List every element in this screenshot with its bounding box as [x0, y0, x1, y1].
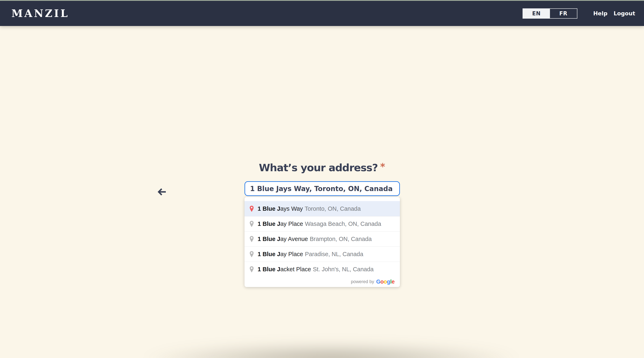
location-pin-icon: [250, 220, 254, 227]
autocomplete-dropdown: 1 Blue Jays Way Toronto, ON, Canada 1 Bl…: [244, 197, 400, 287]
suggestion-list: 1 Blue Jays Way Toronto, ON, Canada 1 Bl…: [244, 201, 400, 277]
location-pin-icon: [250, 266, 254, 273]
suggestion-primary-text: 1 Blue Jay Avenue: [258, 236, 308, 242]
back-button[interactable]: [154, 185, 169, 199]
powered-by-label: powered by: [351, 279, 374, 284]
autocomplete-suggestion[interactable]: 1 Blue Jays Way Toronto, ON, Canada: [244, 201, 400, 216]
suggestion-secondary-text: Wasaga Beach, ON, Canada: [305, 220, 381, 227]
autocomplete-suggestion[interactable]: 1 Blue Jay Place Wasaga Beach, ON, Canad…: [244, 216, 400, 231]
suggestion-primary-text: 1 Blue Jays Way: [258, 205, 303, 212]
address-input[interactable]: [244, 181, 400, 196]
autocomplete-suggestion[interactable]: 1 Blue Jay Avenue Brampton, ON, Canada: [244, 231, 400, 246]
app-header: MANZIL EN FR Help Logout: [0, 1, 644, 26]
help-link[interactable]: Help: [593, 10, 608, 17]
suggestion-primary-text: 1 Blue Jay Place: [258, 251, 303, 258]
page: MANZIL EN FR Help Logout What’s your add…: [0, 0, 644, 358]
suggestion-primary-text: 1 Blue Jacket Place: [258, 266, 311, 273]
location-pin-icon: [250, 236, 254, 242]
logout-link[interactable]: Logout: [614, 10, 635, 17]
language-button-en[interactable]: EN: [523, 9, 550, 18]
google-attribution: powered by Google: [244, 277, 400, 287]
suggestion-secondary-text: Toronto, ON, Canada: [304, 205, 361, 212]
location-pin-icon: [250, 251, 254, 258]
required-asterisk: *: [380, 161, 385, 172]
manzil-logo[interactable]: MANZIL: [12, 7, 69, 20]
language-button-fr[interactable]: FR: [550, 9, 577, 18]
location-pin-icon: [250, 205, 254, 212]
language-toggle: EN FR: [522, 9, 577, 19]
autocomplete-suggestion[interactable]: 1 Blue Jacket Place St. John's, NL, Cana…: [244, 262, 400, 277]
page-title: What’s your address?: [259, 162, 378, 174]
google-logo: Google: [376, 279, 394, 285]
arrow-left-icon: [158, 188, 166, 196]
autocomplete-suggestion[interactable]: 1 Blue Jay Place Paradise, NL, Canada: [244, 246, 400, 262]
question-row: What’s your address?*: [0, 161, 644, 174]
suggestion-secondary-text: Brampton, ON, Canada: [310, 236, 372, 242]
suggestion-secondary-text: St. John's, NL, Canada: [313, 266, 374, 273]
bottom-ambient-shadow: [88, 337, 574, 358]
suggestion-primary-text: 1 Blue Jay Place: [258, 220, 303, 227]
suggestion-secondary-text: Paradise, NL, Canada: [305, 251, 363, 258]
